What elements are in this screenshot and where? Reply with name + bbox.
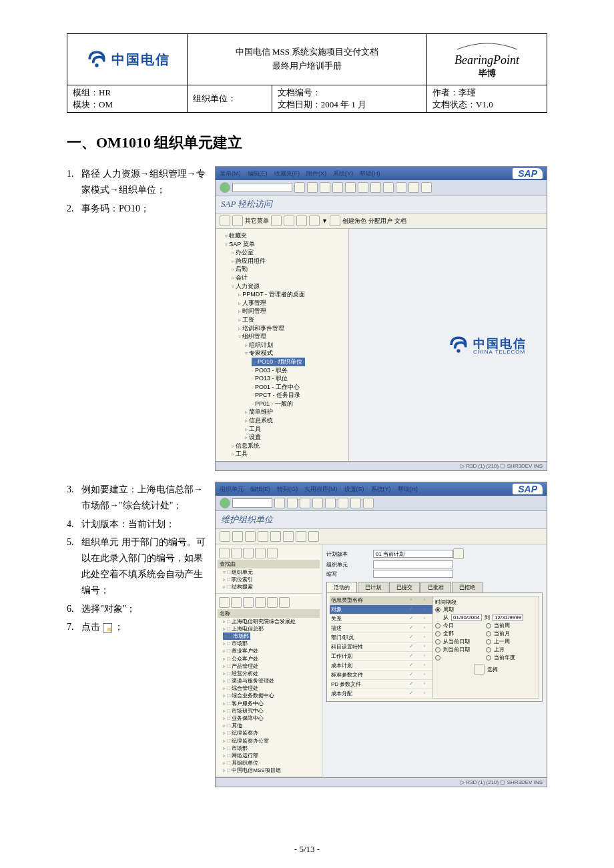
sap-nav-tree[interactable]: 收藏夹SAP 菜单办公室跨应用组件后勤会计人力资源PPMDT - 管理者的桌面人… (216, 229, 349, 461)
step-item: 3.例如要建立：上海电信总部→市场部→"综合统计处"； (67, 482, 207, 514)
radio-option[interactable] (435, 631, 440, 636)
infotype-row[interactable]: 科目设置特性✓▫ (330, 642, 432, 652)
menu-item[interactable]: 帮助(H) (398, 486, 418, 492)
ok-icon[interactable] (220, 498, 230, 508)
sap2-left-panel[interactable]: 查找由 组织单元职位索引结构搜索 名称 上海电信研究院综合发展处上海电信总部市场… (216, 544, 322, 777)
period-box: 时间期段 周期 从01/30/2004到12/31/9999 今日当前周全部当前… (432, 596, 539, 699)
sap-toolbar2[interactable]: 其它菜单 ▼ 创建角色 分配用户 文档 (216, 213, 547, 229)
radio-option[interactable] (435, 647, 440, 653)
menu-item[interactable]: 组织单元 (220, 486, 244, 492)
infotype-row[interactable]: 工作计划✓▫ (330, 652, 432, 661)
sap-screenshot-2: 组织单元编辑(E)转到(G)实用程序(M)设置(S)系统(Y)帮助(H) SAP… (215, 482, 547, 787)
tab[interactable]: 活动的 (326, 582, 357, 592)
page-footer: - 5/13 - (0, 844, 614, 855)
step-item: 4.计划版本：当前计划； (67, 516, 207, 532)
menu-item[interactable]: 附件(X) (306, 170, 326, 177)
menu-item[interactable]: 编辑(E) (248, 170, 268, 177)
sap-screenshot-1: 菜单(M)编辑(E)收藏夹(F)附件(X)系统(Y)帮助(H) SAP SAP … (215, 166, 547, 471)
china-telecom-icon (446, 333, 471, 357)
sap-subtitle: SAP 轻松访问 (216, 195, 547, 213)
sap-menubar[interactable]: 组织单元编辑(E)转到(G)实用程序(M)设置(S)系统(Y)帮助(H) (220, 485, 424, 494)
tcode-input[interactable] (232, 498, 272, 508)
sap-statusbar: ▷ R3D (1) (210) ▢ SHR3DEV INS (216, 777, 547, 787)
section-title: 一、OM1010 组织单元建立 (67, 133, 547, 153)
plan-version-input[interactable]: 01 当前计划 (373, 550, 453, 558)
meta-docinfo: 文档编号： 文档日期：2004 年 1 月 (272, 85, 426, 113)
org-unit-input[interactable] (373, 560, 453, 568)
doc-title-1: 中国电信 MSS 系统实施项目交付文档 (193, 45, 421, 59)
bp-sub: 毕博 (432, 67, 541, 79)
menu-item[interactable]: 编辑(E) (250, 486, 270, 492)
china-telecom-icon (85, 47, 109, 71)
select-icon[interactable] (474, 664, 485, 675)
sap-main-area: 中国电信 CHINA TELECOM (349, 229, 547, 461)
step-item: 1.路径 人力资源→组织管理→专家模式→组织单位； (67, 166, 207, 198)
steps-block-1: 1.路径 人力资源→组织管理→专家模式→组织单位；2.事务码：PO10； (67, 166, 207, 219)
radio-option[interactable] (435, 623, 440, 628)
sap-logo-icon: SAP (513, 484, 543, 494)
sap-toolbar[interactable] (216, 180, 547, 195)
date-to-input[interactable]: 12/31/9999 (493, 614, 523, 621)
radio-period[interactable] (435, 607, 440, 612)
steps-block-2: 3.例如要建立：上海电信总部→市场部→"综合统计处"；4.计划版本：当前计划；5… (67, 482, 207, 638)
menu-item[interactable]: 帮助(H) (360, 170, 380, 177)
abbr-input[interactable] (373, 570, 453, 578)
menu-item[interactable]: 转到(G) (277, 486, 298, 492)
svg-point-0 (95, 63, 98, 67)
tab[interactable]: 已计划 (358, 582, 388, 592)
ct-logo-cell: 中国电信 (67, 34, 188, 85)
tab[interactable]: 已批准 (420, 582, 451, 592)
doc-header-table: 中国电信 中国电信 MSS 系统实施项目交付文档 最终用户培训手册 Bearin… (67, 33, 547, 113)
bp-name: BearingPoint (432, 53, 541, 67)
infotype-row[interactable]: 标准参数文件✓▫ (330, 671, 432, 680)
sap-titlebar: 组织单元编辑(E)转到(G)实用程序(M)设置(S)系统(Y)帮助(H) SAP (216, 482, 547, 496)
step-item: 5.组织单元 用于部门的编号。可以在此录入部门的编号，如果此处空着不填系统会自动… (67, 534, 207, 598)
menu-item[interactable]: 收藏夹(F) (274, 170, 300, 177)
meta-module: 模组：HR 模块：OM (67, 85, 188, 113)
meta-org: 组织单位： (188, 85, 272, 113)
menu-item[interactable]: 设置(S) (344, 486, 364, 492)
infotype-row[interactable]: 描述✓▫ (330, 624, 432, 633)
meta-author: 作者：李瑾 文档状态：V1.0 (427, 85, 547, 113)
infotype-row[interactable]: 成本计划✓▫ (330, 661, 432, 671)
svg-point-1 (456, 349, 460, 352)
bp-logo-cell: BearingPoint 毕博 (427, 34, 547, 85)
radio-option[interactable] (435, 639, 440, 644)
sap-toolbar2[interactable] (216, 529, 547, 544)
date-from-input[interactable]: 01/30/2004 (451, 614, 482, 621)
menu-item[interactable]: 菜单(M) (220, 170, 241, 177)
ct-logo-text: 中国电信 (111, 51, 170, 69)
tab[interactable]: 已拒绝 (452, 582, 483, 592)
radio-option[interactable] (435, 655, 440, 661)
tcode-input[interactable] (232, 183, 292, 192)
step-item: 2.事务码：PO10； (67, 201, 207, 217)
sap-statusbar: ▷ R3D (1) (210) ▢ SHR3DEV INS (216, 461, 547, 470)
infotype-row[interactable]: 部门/职员✓▫ (330, 633, 432, 642)
sap-titlebar: 菜单(M)编辑(E)收藏夹(F)附件(X)系统(Y)帮助(H) SAP (216, 167, 547, 180)
doc-title-2: 最终用户培训手册 (193, 59, 421, 73)
step-item: 7.点击 ； (67, 619, 207, 635)
sap-menubar[interactable]: 菜单(M)编辑(E)收藏夹(F)附件(X)系统(Y)帮助(H) (220, 169, 387, 178)
infotype-list[interactable]: 信息类型名称▫▫ 对象✓▫关系✓▫描述✓▫部门/职员✓▫科目设置特性✓▫工作计划… (330, 596, 432, 699)
menu-item[interactable]: 系统(Y) (371, 486, 391, 492)
infotype-row[interactable]: 对象✓▫ (330, 605, 432, 614)
menu-item[interactable]: 系统(Y) (333, 170, 353, 177)
sap-logo-icon: SAP (513, 168, 543, 179)
sap-toolbar[interactable] (216, 496, 547, 511)
step-item: 6.选择"对象"； (67, 601, 207, 617)
sap-subtitle: 维护组织单位 (216, 511, 547, 529)
ok-icon[interactable] (220, 182, 230, 193)
menu-item[interactable]: 实用程序(M) (304, 486, 338, 492)
infotype-tabs[interactable]: 活动的已计划已提交已批准已拒绝 (326, 582, 543, 593)
infotype-row[interactable]: PD 参数文件✓▫ (330, 680, 432, 689)
dropdown-icon[interactable] (453, 548, 464, 559)
infotype-row[interactable]: 关系✓▫ (330, 614, 432, 624)
ct-watermark: 中国电信 CHINA TELECOM (446, 333, 527, 357)
tab[interactable]: 已提交 (389, 582, 420, 592)
create-icon (103, 623, 112, 632)
infotype-row[interactable]: 成本分配✓▫ (330, 689, 432, 699)
doc-title-cell: 中国电信 MSS 系统实施项目交付文档 最终用户培训手册 (188, 34, 427, 85)
bp-arc-icon (454, 41, 521, 50)
sap2-right-panel: 计划版本01 当前计划 组织单元 缩写 活动的已计划已提交已批准已拒绝 信息类型… (322, 544, 547, 777)
toolbar-btn[interactable] (294, 182, 305, 193)
